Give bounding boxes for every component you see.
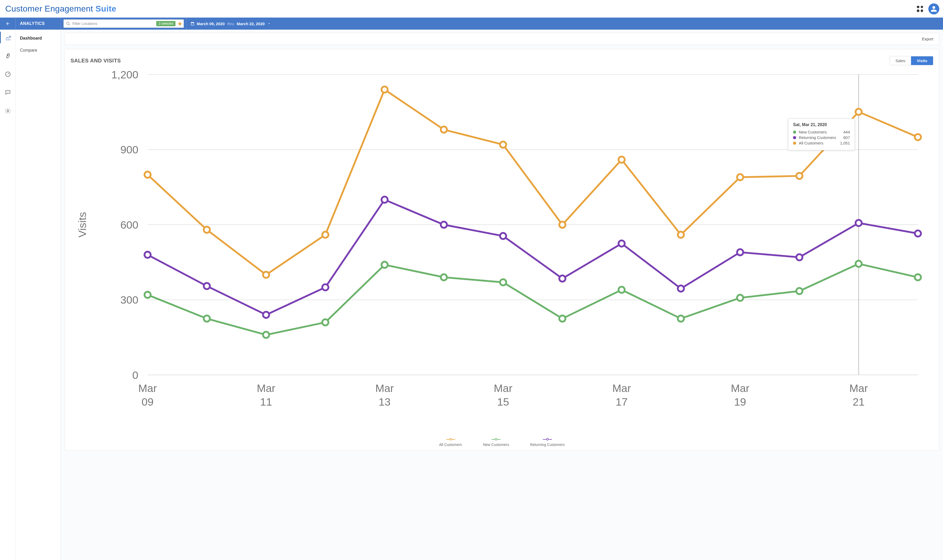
toggle-sales[interactable]: Sales: [890, 56, 911, 65]
arrow-left-icon: [6, 21, 10, 26]
svg-text:19: 19: [734, 396, 746, 408]
svg-point-67: [618, 240, 625, 247]
brand-bar: Customer Engagement Suite: [0, 0, 943, 18]
filter-locations-input[interactable]: [72, 22, 154, 26]
chart-area[interactable]: 03006009001,200VisitsMar09Mar11Mar13Mar1…: [71, 67, 933, 437]
rail-item-insights[interactable]: [0, 50, 15, 62]
svg-text:300: 300: [120, 294, 138, 306]
legend-mark-icon: [491, 438, 501, 440]
svg-point-63: [382, 197, 388, 203]
svg-point-35: [382, 86, 388, 93]
tooltip-dot-icon: [793, 136, 796, 139]
sales-visits-toggle: Sales Visits: [889, 56, 933, 65]
subnav: Dashboard Compare: [16, 30, 61, 560]
date-end: March 22, 2020: [237, 22, 265, 26]
svg-point-70: [797, 254, 803, 261]
tooltip-title: Sat, Mar 21, 2020: [793, 122, 850, 127]
rail-item-analytics[interactable]: [0, 32, 15, 43]
legend-item[interactable]: Returning Customers: [530, 438, 565, 447]
svg-point-56: [797, 288, 803, 294]
svg-text:13: 13: [378, 396, 391, 408]
svg-point-52: [559, 315, 566, 322]
svg-text:11: 11: [260, 396, 272, 408]
svg-point-61: [263, 312, 269, 318]
svg-point-51: [500, 279, 506, 286]
svg-point-34: [322, 232, 329, 238]
rail-item-reviews[interactable]: [0, 87, 15, 98]
svg-point-36: [441, 127, 447, 133]
apps-grid-icon[interactable]: [916, 5, 924, 12]
svg-text:09: 09: [142, 396, 154, 408]
svg-point-39: [618, 157, 625, 163]
app-title: Customer Engagement Suite: [5, 4, 117, 14]
favorite-star-icon[interactable]: [177, 21, 182, 26]
export-button[interactable]: Export: [922, 37, 933, 41]
chart-title: SALES AND VISITS: [71, 58, 121, 64]
svg-point-40: [678, 232, 684, 238]
svg-text:600: 600: [120, 219, 138, 231]
svg-point-59: [145, 252, 151, 258]
chart-legend: All CustomersNew CustomersReturning Cust…: [71, 438, 933, 447]
date-range-picker[interactable]: March 09, 2020 thru March 22, 2020: [187, 18, 275, 30]
svg-point-37: [500, 142, 506, 148]
svg-point-57: [856, 261, 862, 267]
toolbar: ANALYTICS 2 selected March 09, 2020 thru…: [0, 18, 943, 30]
legend-item[interactable]: New Customers: [483, 438, 509, 447]
svg-text:Visits: Visits: [76, 212, 88, 237]
date-thru: thru: [228, 22, 234, 26]
svg-point-65: [500, 233, 506, 239]
svg-text:Mar: Mar: [494, 382, 512, 394]
subnav-item-dashboard[interactable]: Dashboard: [16, 32, 61, 44]
filter-locations-input-wrap[interactable]: 2 selected: [63, 19, 184, 28]
svg-point-38: [559, 222, 566, 228]
svg-point-49: [382, 262, 388, 268]
legend-label: All Customers: [439, 443, 462, 447]
chevron-down-icon: [267, 22, 271, 25]
user-avatar[interactable]: [928, 3, 939, 14]
tooltip-row: Returning Customers607: [793, 135, 850, 140]
svg-point-4: [7, 110, 9, 112]
svg-point-41: [737, 174, 743, 180]
app-title-part2: Suite: [95, 4, 117, 13]
tooltip-value: 1,051: [835, 141, 850, 145]
svg-text:900: 900: [120, 144, 138, 156]
svg-point-72: [915, 231, 921, 237]
svg-point-71: [856, 220, 862, 226]
rail-item-settings[interactable]: [0, 105, 15, 117]
svg-point-43: [856, 109, 862, 115]
legend-item[interactable]: All Customers: [439, 438, 462, 447]
chart-card: SALES AND VISITS Sales Visits 0300600900…: [65, 49, 939, 451]
svg-point-33: [263, 272, 269, 278]
svg-point-68: [678, 286, 684, 292]
tooltip-value: 607: [838, 135, 850, 140]
svg-text:Mar: Mar: [375, 382, 394, 394]
svg-text:21: 21: [852, 396, 865, 408]
section-label: ANALYTICS: [16, 18, 61, 30]
export-bar: Export: [65, 33, 939, 45]
tooltip-label: New Customers: [799, 130, 836, 134]
svg-point-44: [915, 134, 921, 140]
svg-point-64: [441, 222, 447, 228]
legend-label: Returning Customers: [530, 443, 565, 447]
tooltip-row: New Customers444: [793, 130, 850, 134]
rail-item-gauge[interactable]: [0, 68, 15, 80]
svg-text:Mar: Mar: [731, 382, 749, 394]
legend-mark-icon: [446, 438, 455, 440]
filter-selected-badge: 2 selected: [156, 21, 175, 26]
tooltip-dot-icon: [793, 142, 796, 145]
svg-point-2: [7, 55, 8, 55]
chart-tooltip: Sat, Mar 21, 2020 New Customers444Return…: [788, 118, 855, 150]
subnav-item-compare[interactable]: Compare: [16, 44, 61, 56]
person-icon: [931, 6, 937, 12]
svg-text:Mar: Mar: [612, 382, 631, 394]
svg-point-32: [204, 227, 210, 233]
rail-nav: [0, 30, 16, 560]
gauge-icon: [5, 71, 11, 77]
svg-point-69: [737, 249, 743, 255]
date-start: March 09, 2020: [197, 22, 225, 26]
tooltip-dot-icon: [793, 131, 796, 134]
toggle-visits[interactable]: Visits: [911, 56, 933, 65]
svg-point-42: [797, 173, 803, 179]
svg-point-48: [322, 319, 329, 326]
back-button[interactable]: [0, 18, 16, 30]
